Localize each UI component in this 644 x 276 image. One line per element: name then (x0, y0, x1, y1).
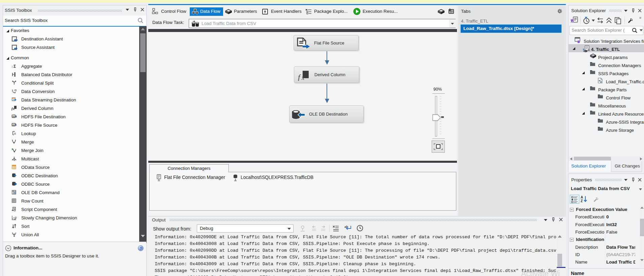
svg-text:S: S (13, 208, 16, 211)
svg-text:2: 2 (15, 139, 16, 141)
svg-text:A: A (581, 195, 583, 199)
svg-text:x: x (301, 74, 305, 81)
svg-text:f: f (298, 73, 301, 81)
svg-text:fx: fx (11, 106, 15, 111)
svg-text:1: 1 (12, 89, 13, 92)
svg-text:Σ: Σ (13, 64, 16, 69)
svg-text:(:: (: (12, 65, 13, 68)
svg-text:?: ? (140, 246, 142, 250)
svg-text:Z: Z (581, 199, 583, 203)
svg-text:ab: ab (344, 225, 348, 228)
